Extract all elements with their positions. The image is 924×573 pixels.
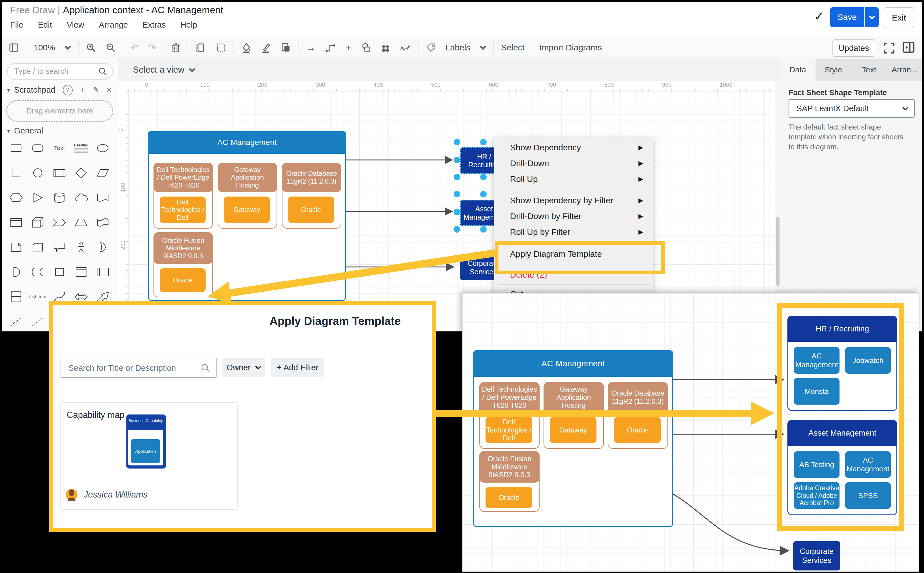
delete-icon[interactable] bbox=[171, 42, 180, 53]
shape-dashed-line[interactable] bbox=[5, 313, 27, 330]
shape-rectangle[interactable] bbox=[5, 139, 27, 157]
menu-item-roll-up[interactable]: Roll Up▶ bbox=[494, 171, 653, 187]
selection-handle[interactable] bbox=[480, 139, 487, 145]
shape-trapezoid[interactable] bbox=[70, 213, 92, 232]
shape-circle[interactable] bbox=[27, 164, 49, 182]
shape-text[interactable]: Text bbox=[49, 139, 70, 157]
shape-data-storage[interactable] bbox=[27, 263, 49, 281]
shape-search-input[interactable] bbox=[14, 65, 94, 77]
template-search-field[interactable] bbox=[61, 358, 216, 378]
shape-card[interactable] bbox=[27, 238, 49, 256]
shape-hexagon[interactable] bbox=[5, 189, 27, 207]
menu-help[interactable]: Help bbox=[180, 20, 197, 30]
shape-horizontal-container[interactable] bbox=[92, 263, 114, 281]
it-component-group[interactable]: Gateway Application Hosting Gateway bbox=[218, 163, 277, 229]
format-panel-icon[interactable] bbox=[902, 42, 915, 53]
selection-handle[interactable] bbox=[454, 209, 460, 215]
add-filter-button[interactable]: + Add Filter bbox=[271, 358, 324, 377]
line-color-icon[interactable] bbox=[261, 42, 271, 53]
shadow-icon[interactable] bbox=[280, 42, 291, 53]
redo-icon[interactable]: ↷ bbox=[148, 43, 156, 52]
paste-size-icon[interactable] bbox=[215, 42, 226, 53]
shape-diamond[interactable] bbox=[70, 164, 92, 182]
tech-node[interactable]: Oracle bbox=[485, 487, 532, 508]
save-dropdown-button[interactable] bbox=[864, 7, 879, 27]
tech-node[interactable]: Oracle bbox=[160, 268, 205, 292]
template-search-input[interactable] bbox=[68, 362, 193, 374]
selection-handle[interactable] bbox=[454, 191, 460, 197]
freehand-icon[interactable] bbox=[399, 42, 411, 53]
menu-file[interactable]: File bbox=[10, 20, 23, 30]
selection-handle[interactable] bbox=[480, 191, 487, 197]
selection-handle[interactable] bbox=[454, 139, 460, 145]
selection-handle[interactable] bbox=[480, 174, 487, 180]
shape-cloud[interactable] bbox=[70, 189, 92, 207]
shape-rectangle-small[interactable] bbox=[49, 263, 70, 281]
scratchpad-close-icon[interactable]: × bbox=[106, 85, 112, 95]
menu-item-roll-up-by-filter[interactable]: Roll Up by Filter▶ bbox=[494, 224, 653, 240]
shape-or[interactable] bbox=[92, 238, 114, 256]
shape-cube[interactable] bbox=[27, 213, 49, 232]
menu-item-drill-down[interactable]: Drill-Down▶ bbox=[494, 155, 653, 171]
view-selector-dropdown[interactable]: Select a view bbox=[133, 65, 195, 75]
insert-table-icon[interactable]: ▦ bbox=[381, 43, 390, 52]
it-component-group[interactable]: Oracle Fusion Middleware 9iASR2 9.0.3 Or… bbox=[153, 232, 213, 297]
insert-plus-icon[interactable]: + bbox=[346, 43, 351, 52]
shape-note[interactable] bbox=[5, 238, 27, 256]
selection-handle[interactable] bbox=[480, 226, 487, 233]
scrollbar-thumb[interactable] bbox=[776, 217, 780, 286]
shape-and[interactable] bbox=[5, 263, 27, 281]
tab-text[interactable]: Text bbox=[851, 59, 887, 81]
shape-step[interactable] bbox=[49, 213, 70, 232]
tech-node[interactable]: Dell Technologies / Dell bbox=[485, 417, 532, 443]
tech-node[interactable]: Gateway bbox=[224, 197, 270, 223]
selection-handle[interactable] bbox=[454, 174, 460, 180]
shape-document[interactable] bbox=[92, 189, 114, 207]
import-diagrams-button[interactable]: Import Diagrams bbox=[540, 43, 602, 52]
owner-filter-button[interactable]: Owner bbox=[222, 358, 265, 377]
tech-node[interactable]: Dell Technologies / Dell bbox=[160, 197, 205, 223]
shape-vertical-container[interactable] bbox=[70, 263, 92, 281]
shape-process[interactable] bbox=[49, 164, 70, 182]
waypoint-connector-icon[interactable] bbox=[325, 42, 336, 53]
tech-node[interactable]: Oracle bbox=[288, 197, 334, 223]
scratchpad-add-icon[interactable]: + bbox=[80, 85, 86, 96]
shape-tape[interactable] bbox=[92, 213, 114, 232]
menu-extras[interactable]: Extras bbox=[143, 20, 166, 30]
shape-search-field[interactable] bbox=[7, 63, 113, 80]
tech-node[interactable]: Gateway bbox=[550, 417, 597, 443]
select-button[interactable]: Select bbox=[501, 43, 525, 52]
it-component-group[interactable]: Oracle Fusion Middleware 9iASR2 9.0.3 Or… bbox=[479, 451, 540, 512]
labels-dropdown[interactable]: Labels bbox=[446, 43, 470, 52]
general-section-header[interactable]: ▾ General bbox=[7, 126, 43, 135]
zoom-out-icon[interactable] bbox=[106, 42, 116, 53]
menu-arrange[interactable]: Arrange bbox=[99, 20, 128, 30]
connection-arrow-icon[interactable]: → bbox=[306, 43, 316, 52]
shape-parallelogram[interactable] bbox=[92, 164, 114, 182]
shape-list-item[interactable]: List Item bbox=[27, 288, 49, 306]
updates-button[interactable]: Updates bbox=[833, 39, 875, 57]
shape-internal-storage[interactable] bbox=[5, 213, 27, 232]
fill-color-icon[interactable] bbox=[241, 42, 251, 53]
shape-heading[interactable]: Heading bbox=[70, 139, 92, 157]
menu-view[interactable]: View bbox=[67, 20, 84, 30]
shape-dotted-line[interactable] bbox=[27, 313, 49, 330]
save-button[interactable]: Save bbox=[830, 7, 864, 27]
shape-cylinder[interactable] bbox=[49, 189, 70, 207]
tab-data[interactable]: Data bbox=[780, 59, 816, 81]
zoom-in-icon[interactable] bbox=[86, 42, 96, 53]
shape-callout[interactable] bbox=[49, 238, 70, 256]
shape-ellipse[interactable] bbox=[92, 139, 114, 157]
menu-edit[interactable]: Edit bbox=[38, 20, 52, 30]
fullscreen-icon[interactable] bbox=[883, 42, 895, 54]
zoom-level-dropdown[interactable]: 100% bbox=[33, 43, 55, 52]
selection-handle[interactable] bbox=[454, 226, 460, 233]
corporate-services-node-detail[interactable]: Corporate Services bbox=[793, 541, 840, 570]
exit-button[interactable]: Exit bbox=[884, 7, 914, 28]
tab-arrange[interactable]: Arran... bbox=[887, 59, 922, 81]
scratchpad-edit-icon[interactable]: ✎ bbox=[93, 86, 99, 95]
shape-triangle[interactable] bbox=[27, 189, 49, 207]
shape-rounded-rectangle[interactable] bbox=[27, 139, 49, 157]
it-component-group[interactable]: Oracle Database 11gR2 (11.2.0.3) Oracle bbox=[282, 163, 341, 229]
collapse-icon[interactable]: ▾ bbox=[7, 86, 10, 94]
